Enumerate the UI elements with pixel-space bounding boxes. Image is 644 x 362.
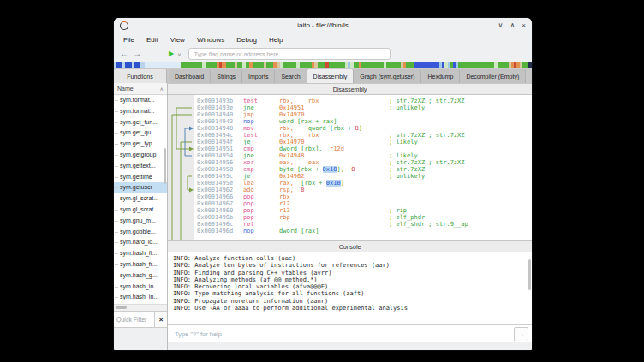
send-command-button[interactable]: → (514, 327, 528, 341)
seek-address-input[interactable] (188, 48, 391, 60)
memory-segment (283, 62, 296, 68)
disasm-row[interactable]: 0x0001493ejne0x14951; unlikely (168, 104, 532, 111)
menu-windows[interactable]: Windows (191, 36, 230, 44)
disasm-row[interactable]: 0x0001494ctestrbx, rbx; str.7zXZ ; str.7… (168, 132, 532, 139)
disasm-row[interactable]: 0x00014954jne0x14948; likely (168, 152, 532, 159)
tab-decompiler-empty[interactable]: Decompiler (Empty) (460, 69, 526, 83)
menu-edit[interactable]: Edit (140, 36, 164, 44)
minimize-button[interactable]: ∨ (498, 22, 504, 29)
app-logo-icon (120, 21, 128, 30)
disasm-row[interactable]: 0x0001496bpoprbp; elf_phdr (168, 214, 532, 221)
disassembly-panel-header: Disassembly (168, 83, 532, 95)
disasm-row[interactable]: 0x0001496dnopdword [rax] (168, 228, 532, 234)
function-list-item[interactable]: sym.gettext... (114, 161, 167, 172)
content-area: Name ∧ sym.format...sym.format...sym.get… (114, 83, 532, 350)
function-list-item[interactable]: sym.hash_fr... (114, 259, 167, 270)
function-list-item[interactable]: sym.gettime (114, 172, 167, 183)
function-list-item[interactable]: sym.hash_g... (114, 270, 167, 282)
disasm-row[interactable]: 0x00014967popr12 (168, 200, 532, 207)
name-column-header[interactable]: Name ∧ (114, 83, 167, 95)
function-list-item[interactable]: sym.gl_scrat... (114, 205, 167, 216)
disasm-row[interactable]: 0x0001494fje0x14970; likely (168, 139, 532, 145)
function-list-horizontal-scrollbar[interactable] (114, 304, 167, 311)
clear-filter-button[interactable]: × (154, 312, 167, 327)
disasm-address: 0x0001494c (197, 132, 233, 139)
chevron-down-icon[interactable]: ∨ (177, 51, 181, 57)
disasm-address: 0x0001495e (197, 180, 233, 187)
tab-strings[interactable]: Strings (211, 69, 242, 83)
memory-segment (125, 62, 132, 68)
function-list-item[interactable]: sym.gobble... (114, 227, 167, 238)
function-list-item[interactable]: sym.hash_in... (114, 282, 167, 293)
menu-debug[interactable]: Debug (230, 36, 263, 44)
console-command-input[interactable] (170, 330, 514, 338)
disasm-row[interactable]: 0x00014956xoreax, eax; str.7zXZ ; str.7z… (168, 159, 532, 166)
function-list-item[interactable]: sym.format... (114, 95, 167, 106)
disasm-row[interactable]: 0x0001493btestrbx, rbx; str.7zXZ ; str.7… (168, 98, 532, 104)
disasm-row[interactable]: 0x00014940jmp0x14970 (168, 111, 532, 118)
quick-filter-input[interactable] (114, 312, 154, 327)
maximize-button[interactable]: ∧ (510, 22, 515, 29)
disasm-row[interactable]: 0x00014958cmpbyte [rbx + 0x10], 0; str.7… (168, 166, 532, 173)
sidebar-filler (114, 328, 167, 350)
function-list-item[interactable]: sym.gl_scrat... (114, 193, 167, 205)
function-list-item[interactable]: sym.gnu_m... (114, 216, 167, 227)
disasm-row[interactable]: 0x00014948movrbx, qword [rbx + 8] (168, 125, 532, 132)
function-list-item[interactable]: sym.hard_lo... (114, 237, 167, 248)
tab-search[interactable]: Search (275, 69, 307, 83)
tab-row: Functions DashboardStringsImportsSearchD… (114, 68, 532, 83)
disassembly-view[interactable]: 0x0001493btestrbx, rbx; str.7zXZ ; str.7… (168, 95, 532, 240)
disasm-operands: r13 (279, 207, 290, 214)
memory-segment (318, 62, 326, 68)
disasm-mnemonic: pop (243, 214, 254, 221)
tab-dashboard[interactable]: Dashboard (169, 69, 211, 83)
menu-help[interactable]: Help (263, 36, 289, 44)
disasm-row[interactable]: 0x00014962addrsp, 8 (168, 187, 532, 193)
function-list-item[interactable]: sym.getuser (114, 182, 167, 193)
scrollbar-thumb[interactable] (116, 306, 127, 309)
function-list-item[interactable]: sym.get_qu... (114, 128, 167, 139)
disasm-address: 0x00014956 (197, 159, 233, 166)
disasm-mnemonic: nop (243, 118, 254, 125)
console-scrollbar[interactable] (528, 259, 531, 290)
tab-graph-sym-getuser[interactable]: Graph (sym.getuser) (354, 69, 421, 83)
forward-button[interactable]: → (133, 50, 141, 58)
console-input-row: → (168, 324, 532, 342)
close-button[interactable]: × (522, 22, 526, 29)
disasm-row[interactable]: 0x00014966poprbx (168, 193, 532, 200)
console-output[interactable]: INFO: Analyze function calls (aac)INFO: … (168, 252, 532, 324)
function-list-item[interactable]: sym.hash_in... (114, 292, 167, 303)
disasm-mnemonic: mov (243, 125, 254, 132)
function-list-item[interactable]: sym.get_fun... (114, 117, 167, 128)
disasm-comment: ; elf_shdr ; str.9__ap (389, 221, 468, 228)
disasm-mnemonic: cmp (243, 166, 254, 173)
menu-file[interactable]: File (117, 36, 140, 44)
main-panel: Disassembly (168, 83, 532, 350)
disasm-comment: ; rip (389, 207, 407, 214)
function-list-item[interactable]: sym.getgroup (114, 150, 167, 161)
back-button[interactable]: ← (120, 50, 128, 58)
memory-segment (226, 62, 235, 68)
tab-hexdump[interactable]: Hexdump (421, 69, 460, 83)
disasm-row[interactable]: 0x0001495cje0x14962; unlikely (168, 173, 532, 180)
disasm-mnemonic: test (243, 132, 258, 139)
disasm-row[interactable]: 0x00014951cmpdword [rbx], r12d (168, 145, 532, 152)
disasm-comment: ; likely (389, 152, 418, 159)
memory-segment (181, 62, 203, 68)
disasm-row[interactable]: 0x00014969popr13; rip (168, 207, 532, 214)
function-list-item[interactable]: sym.get_typ... (114, 139, 167, 150)
function-list-item[interactable]: sym.hash_fi... (114, 248, 167, 259)
tab-imports[interactable]: Imports (242, 69, 275, 83)
tab-disassembly[interactable]: Disassembly (307, 69, 355, 83)
menu-view[interactable]: View (164, 36, 191, 44)
disasm-operands: rbp (279, 214, 290, 221)
disasm-row[interactable]: 0x0001496cret; elf_shdr ; str.9__ap (168, 221, 532, 228)
disasm-operands: r12 (279, 200, 290, 207)
disasm-row[interactable]: 0x0001495elearax, [rbx + 0x10] (168, 180, 532, 187)
disasm-row[interactable]: 0x00014942nopword [rax + rax] (168, 118, 532, 125)
debug-continue-button[interactable]: ▶ (169, 50, 174, 57)
functions-dock-tab[interactable]: Functions (114, 69, 167, 83)
function-list-item[interactable]: sym.format... (114, 106, 167, 117)
function-list-scrollbar[interactable] (164, 148, 166, 184)
memory-map-bar[interactable] (114, 62, 532, 68)
